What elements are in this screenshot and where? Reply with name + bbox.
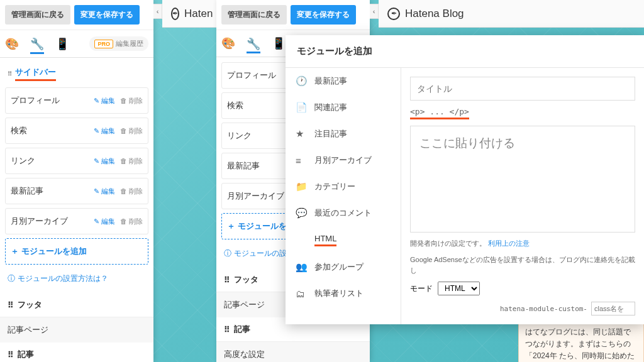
edit-link[interactable]: ✎ 編集 xyxy=(94,187,115,196)
back-button[interactable]: 管理画面に戻る xyxy=(221,5,287,25)
design-panel-left: 管理画面に戻る 変更を保存する ‹ 🎨 🔧 📱 PRO 編集履歴 ⠿ サイドバー… xyxy=(0,0,153,362)
history-badge[interactable]: PRO 編集履歴 xyxy=(89,36,148,51)
help-icon: ⓘ xyxy=(8,273,15,284)
nav-icon: 🕐 xyxy=(296,75,307,87)
modal-title: モジュールを追加 xyxy=(286,35,644,68)
section-article[interactable]: ⠿記事 xyxy=(0,343,153,362)
pro-tag: PRO xyxy=(94,40,113,48)
plus-icon: ＋ xyxy=(227,221,235,232)
tab-row: 🎨 🔧 📱 PRO 編集履歴 xyxy=(0,30,153,58)
wrench-icon[interactable]: 🔧 xyxy=(247,40,260,53)
class-prefix: hatena-module-custom- xyxy=(500,305,587,313)
help-icon: ⓘ xyxy=(224,248,231,259)
modal-nav-item[interactable]: 💬最近のコメント xyxy=(286,200,401,226)
sidebar-module-item[interactable]: 月別アーカイブ✎ 編集🗑 削除 xyxy=(5,208,148,234)
modal-nav-item[interactable]: ★注目記事 xyxy=(286,121,401,147)
modal-nav-item[interactable]: 👥参加グループ xyxy=(286,254,401,280)
add-module-button[interactable]: ＋モジュールを追加 xyxy=(5,238,148,265)
html-textarea[interactable]: ここに貼り付ける xyxy=(410,126,635,233)
plus-icon: ＋ xyxy=(11,246,19,257)
modal-nav-item[interactable]: 📄関連記事 xyxy=(286,94,401,121)
save-button[interactable]: 変更を保存する xyxy=(74,5,140,25)
palette-icon[interactable]: 🎨 xyxy=(221,36,235,50)
back-button[interactable]: 管理画面に戻る xyxy=(5,5,70,25)
module-title-input[interactable] xyxy=(410,77,635,101)
adsense-note: Google AdSenseなどの広告を設置する場合は、ブログ内に連絡先を記載し xyxy=(410,255,635,275)
section-sidebar[interactable]: ⠿ サイドバー xyxy=(0,58,153,87)
delete-link[interactable]: 🗑 削除 xyxy=(120,126,143,136)
sidebar-module-item[interactable]: 最新記事✎ 編集🗑 削除 xyxy=(5,178,148,204)
usage-notice-link[interactable]: 利用上の注意 xyxy=(488,239,530,247)
nav-icon: ★ xyxy=(296,128,307,140)
edit-link[interactable]: ✎ 編集 xyxy=(94,126,115,136)
hatena-brand: ✒ Haten xyxy=(162,0,219,28)
nav-icon: ≡ xyxy=(296,155,307,166)
mode-row: モード HTML xyxy=(410,282,635,295)
mobile-icon[interactable]: 📱 xyxy=(272,36,286,50)
sidebar-module-item[interactable]: 検索✎ 編集🗑 削除 xyxy=(5,118,148,144)
delete-link[interactable]: 🗑 削除 xyxy=(120,96,143,106)
modal-nav: 🕐最新記事📄関連記事★注目記事≡月別アーカイブ📁カテゴリー💬最近のコメントHTM… xyxy=(286,68,401,324)
class-row: hatena-module-custom- xyxy=(410,302,635,315)
help-link[interactable]: ⓘモジュールの設置方法は？ xyxy=(0,271,153,293)
drag-handle-icon: ⠿ xyxy=(8,70,11,77)
modal-nav-item[interactable]: ≡月別アーカイブ xyxy=(286,147,401,173)
sidebar-module-item[interactable]: プロフィール✎ 編集🗑 削除 xyxy=(5,87,148,114)
mode-select[interactable]: HTML xyxy=(438,282,480,295)
code-hint: <p> ... </p> xyxy=(410,107,635,119)
modal-nav-item[interactable]: 🗂執筆者リスト xyxy=(286,280,401,307)
hatena-logo-icon: ✒ xyxy=(387,8,400,20)
nav-icon: 📄 xyxy=(296,102,307,113)
article-page-item[interactable]: 記事ページ xyxy=(0,317,153,343)
delete-link[interactable]: 🗑 削除 xyxy=(120,156,143,166)
sidebar-module-item[interactable]: リンク✎ 編集🗑 削除 xyxy=(5,148,148,174)
add-module-modal: モジュールを追加 🕐最新記事📄関連記事★注目記事≡月別アーカイブ📁カテゴリー💬最… xyxy=(286,35,644,324)
dev-note: 開発者向けの設定です。 利用上の注意 xyxy=(410,239,635,248)
delete-link[interactable]: 🗑 削除 xyxy=(120,217,143,226)
hatena-brand: ✒ Hatena Blog xyxy=(379,0,644,28)
modal-nav-item[interactable]: 🕐最新記事 xyxy=(286,68,401,94)
header-bar: 管理画面に戻る 変更を保存する xyxy=(0,0,153,30)
drag-handle-icon: ⠿ xyxy=(8,300,14,310)
nav-icon: 👥 xyxy=(296,261,307,273)
delete-link[interactable]: 🗑 削除 xyxy=(120,187,143,196)
class-name-input[interactable] xyxy=(591,302,635,315)
modal-main: <p> ... </p> ここに貼り付ける 開発者向けの設定です。 利用上の注意… xyxy=(401,68,644,324)
section-footer[interactable]: ⠿フッタ xyxy=(0,293,153,317)
edit-link[interactable]: ✎ 編集 xyxy=(94,217,115,226)
collapse-toggle[interactable]: ‹ xyxy=(153,4,162,19)
save-button[interactable]: 変更を保存する xyxy=(291,5,356,25)
wrench-icon[interactable]: 🔧 xyxy=(30,40,44,54)
nav-icon: 🗂 xyxy=(296,288,307,299)
mobile-icon[interactable]: 📱 xyxy=(55,37,69,51)
drag-handle-icon: ⠿ xyxy=(8,350,14,359)
nav-icon: 📁 xyxy=(296,181,307,192)
edit-link[interactable]: ✎ 編集 xyxy=(94,156,115,166)
modal-nav-item[interactable]: 📁カテゴリー xyxy=(286,173,401,200)
edit-link[interactable]: ✎ 編集 xyxy=(94,96,115,106)
promo-text: はてなブログには、同じ話題でつながります。まずはこちらの「2024年 たら、同時… xyxy=(518,321,644,362)
modal-nav-item[interactable]: HTML xyxy=(286,226,401,254)
collapse-toggle[interactable]: ‹ xyxy=(370,4,379,19)
nav-icon: 💬 xyxy=(296,207,307,219)
hatena-logo-icon: ✒ xyxy=(171,8,179,20)
palette-icon[interactable]: 🎨 xyxy=(5,37,19,51)
